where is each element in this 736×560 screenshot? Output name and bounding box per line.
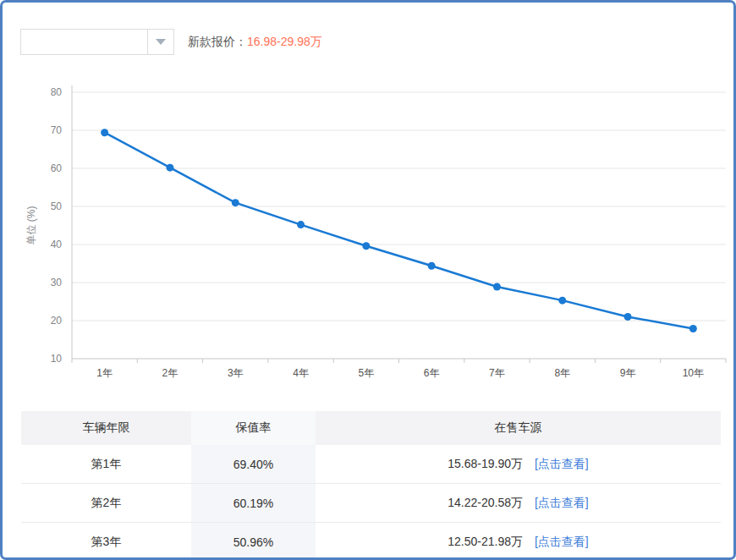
x-tick-label: 4年 [293,367,309,379]
cell-listings: 15.68-19.90万[点击查看] [316,445,721,483]
cell-age: 第1年 [21,445,191,483]
cell-listings: 12.50-21.98万[点击查看] [316,523,721,560]
cell-age: 第3年 [21,523,191,560]
data-point [428,262,436,270]
price-range: 12.50-21.98万 [448,535,523,550]
y-tick-label: 40 [51,239,63,250]
cell-rate: 69.40% [191,445,316,483]
x-tick-label: 7年 [489,367,505,379]
data-point [166,164,173,172]
table-header-row: 车辆年限 保值率 在售车源 [21,411,721,445]
x-tick-label: 6年 [424,367,440,379]
series-line [105,133,694,329]
resale-table: 车辆年限 保值率 在售车源 第1年69.40%15.68-19.90万[点击查看… [21,411,721,560]
y-tick-label: 80 [51,86,63,98]
cell-rate: 60.19% [191,484,316,522]
y-tick-label: 20 [51,315,63,327]
view-listings-link[interactable]: [点击查看] [535,496,589,511]
table-row: 第3年50.96%12.50-21.98万[点击查看] [21,523,721,560]
x-tick-label: 1年 [96,367,113,379]
view-listings-link[interactable]: [点击查看] [535,535,589,550]
new-model-price: 新款报价：16.98-29.98万 [188,35,322,50]
cell-listings: 14.22-20.58万[点击查看] [316,484,721,522]
data-point [493,283,501,290]
y-tick-label: 30 [51,277,63,288]
data-point [101,129,108,136]
chevron-down-icon [147,30,173,54]
cell-rate: 50.96% [191,523,316,560]
x-tick-label: 3年 [228,367,244,379]
x-tick-label: 9年 [620,367,636,379]
resale-value-panel: 新款报价：16.98-29.98万 10203040506070801年2年3年… [0,0,736,560]
new-model-price-label: 新款报价： [188,35,247,48]
data-point [232,199,239,206]
table-header-rate: 保值率 [191,411,316,445]
table-header-listings: 在售车源 [316,411,721,445]
table-row: 第2年60.19%14.22-20.58万[点击查看] [21,484,721,523]
model-select[interactable] [20,29,174,55]
y-tick-label: 70 [51,124,63,136]
x-tick-label: 10年 [683,367,704,379]
table-body: 第1年69.40%15.68-19.90万[点击查看]第2年60.19%14.2… [21,445,721,560]
data-point [297,221,305,228]
view-listings-link[interactable]: [点击查看] [535,457,589,472]
y-tick-label: 60 [51,162,63,174]
x-tick-label: 8年 [554,367,570,379]
cell-age: 第2年 [21,484,191,522]
data-point [689,325,697,332]
y-axis-title: 单位 (%) [25,206,37,245]
new-model-price-value: 16.98-29.98万 [247,35,322,48]
x-tick-label: 2年 [162,367,179,379]
resale-rate-line-chart: 10203040506070801年2年3年4年5年6年7年8年9年10年单位 … [3,74,736,387]
y-tick-label: 50 [51,200,63,212]
price-range: 15.68-19.90万 [448,457,523,472]
y-tick-label: 10 [51,353,63,365]
table-row: 第1年69.40%15.68-19.90万[点击查看] [21,445,721,484]
table-header-age: 车辆年限 [21,411,191,445]
data-point [624,313,632,321]
x-tick-label: 5年 [359,367,375,379]
data-point [362,242,370,250]
price-range: 14.22-20.58万 [448,496,523,511]
data-point [558,297,566,305]
